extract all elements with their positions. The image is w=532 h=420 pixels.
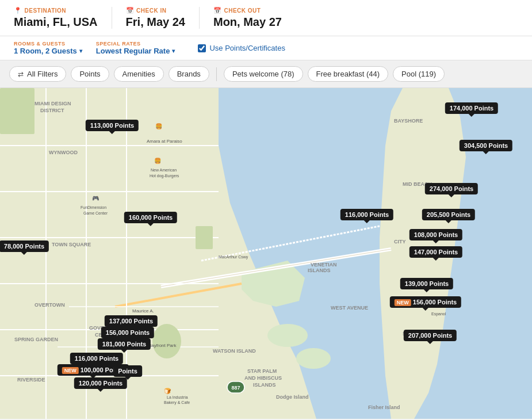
map-pin-p7[interactable]: 205,500 Points	[422, 209, 475, 220]
points-filter-button[interactable]: Points	[71, 66, 109, 82]
map-pin-p14[interactable]: 137,000 Points	[105, 315, 158, 327]
rooms-guests-section: ROOMS & GUESTS 1 Room, 2 Guests ▾	[14, 41, 82, 55]
rates-value[interactable]: Lowest Regular Rate ▾	[96, 47, 175, 55]
destination-section[interactable]: 📍 DESTINATION Miami, FL, USA	[14, 7, 112, 29]
destination-value[interactable]: Miami, FL, USA	[14, 16, 98, 29]
map-pin-p3[interactable]: 304,500 Points	[460, 140, 512, 151]
map-pin-p12[interactable]: NEW156,000 Points	[390, 296, 461, 308]
special-rates-section: SPECIAL RATES Lowest Regular Rate ▾	[96, 41, 175, 55]
rates-label: SPECIAL RATES	[96, 41, 175, 47]
filter-icon: ⇄	[18, 70, 24, 78]
destination-label: 📍 DESTINATION	[14, 7, 98, 14]
map-pin-p20[interactable]: 120,000 Points	[74, 377, 127, 389]
map-pin-p5[interactable]: 160,000 Points	[124, 212, 177, 223]
checkout-value[interactable]: Mon, May 27	[213, 16, 282, 29]
pool-filter-button[interactable]: Pool (119)	[393, 66, 445, 82]
map-pin-p2[interactable]: 174,000 Points	[445, 102, 498, 114]
toolbar: ROOMS & GUESTS 1 Room, 2 Guests ▾ SPECIA…	[0, 36, 532, 60]
checkin-value[interactable]: Fri, May 24	[126, 16, 185, 29]
map-pin-p10[interactable]: 78,000 Points	[0, 240, 49, 252]
checkout-section[interactable]: 📅 CHECK OUT Mon, May 27	[200, 7, 296, 29]
map-background: 887 MIAMI DESIGN DISTRICT WYNWOOD TOWN S…	[0, 88, 532, 419]
map-pin-p8[interactable]: 108,000 Points	[409, 229, 462, 240]
header: 📍 DESTINATION Miami, FL, USA 📅 CHECK IN …	[0, 0, 532, 36]
checkin-label: 📅 CHECK IN	[126, 7, 185, 14]
map-pin-p9[interactable]: 147,000 Points	[409, 246, 462, 258]
filter-bar: ⇄ All Filters Points Amenities Brands Pe…	[0, 60, 532, 88]
map-pin-p11[interactable]: 139,000 Points	[400, 278, 453, 289]
brands-filter-button[interactable]: Brands	[169, 66, 209, 82]
amenities-filter-button[interactable]: Amenities	[114, 66, 164, 82]
rooms-value[interactable]: 1 Room, 2 Guests ▾	[14, 47, 82, 55]
checkout-label: 📅 CHECK OUT	[213, 7, 282, 14]
map-container[interactable]: 887 MIAMI DESIGN DISTRICT WYNWOOD TOWN S…	[0, 88, 532, 419]
destination-icon: 📍	[14, 7, 22, 14]
map-pin-p1[interactable]: 113,000 Points	[86, 120, 139, 131]
all-filters-button[interactable]: ⇄ All Filters	[9, 66, 66, 82]
rooms-label: ROOMS & GUESTS	[14, 41, 82, 47]
map-pin-p16[interactable]: 181,000 Points	[98, 338, 151, 350]
checkin-section[interactable]: 📅 CHECK IN Fri, May 24	[112, 7, 200, 29]
use-points-label: Use Points/Certificates	[209, 44, 285, 52]
checkin-calendar-icon: 📅	[126, 7, 135, 14]
map-pin-p17[interactable]: 116,000 Points	[70, 353, 123, 364]
use-points-section[interactable]: Use Points/Certificates	[198, 44, 285, 52]
map-pin-p15[interactable]: 156,000 Points	[101, 327, 154, 338]
rates-caret-icon: ▾	[172, 48, 175, 54]
checkout-calendar-icon: 📅	[213, 7, 222, 14]
pets-filter-button[interactable]: Pets welcome (78)	[224, 66, 303, 82]
use-points-checkbox[interactable]	[198, 44, 206, 52]
map-pin-p6[interactable]: 116,000 Points	[340, 209, 393, 220]
rooms-caret-icon: ▾	[79, 48, 82, 54]
breakfast-filter-button[interactable]: Free breakfast (44)	[308, 66, 389, 82]
filter-separator	[216, 67, 217, 81]
map-pin-p19[interactable]: Points	[113, 365, 142, 377]
map-pin-p13[interactable]: 207,000 Points	[404, 330, 457, 341]
map-pin-p4[interactable]: 274,000 Points	[425, 183, 478, 194]
